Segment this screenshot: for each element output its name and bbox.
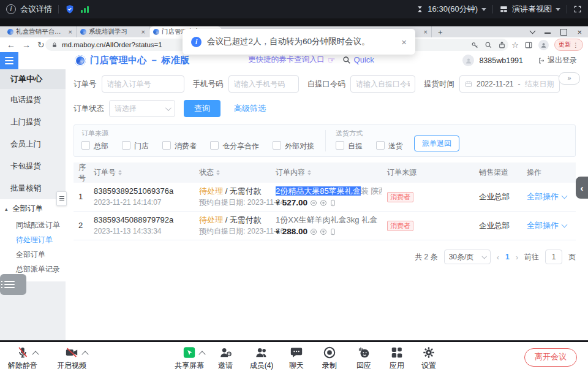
members-button[interactable]: 成员(4): [243, 345, 281, 371]
checkbox-store[interactable]: 门店: [122, 141, 149, 151]
meeting-info-icon[interactable]: i: [6, 4, 16, 14]
checkbox-warehouse-share[interactable]: 仓分享合作: [210, 141, 259, 151]
receipt-icon[interactable]: [310, 199, 317, 207]
phone-icon[interactable]: [330, 199, 336, 207]
meeting-timer[interactable]: 16:30(60分钟): [428, 4, 478, 15]
panel-collapse-button[interactable]: »: [559, 72, 580, 85]
bookmark-star-icon[interactable]: ☆: [511, 40, 519, 50]
settings-button[interactable]: 设置: [413, 345, 445, 371]
sidebar-subitem-city-delivery[interactable]: 同城配送订单: [0, 218, 66, 232]
back-icon[interactable]: ←: [7, 40, 15, 50]
receipt-icon[interactable]: [310, 228, 317, 235]
invite-button[interactable]: 邀请: [208, 345, 243, 371]
checkbox-delivery[interactable]: 送货: [376, 141, 403, 151]
checkbox-icon[interactable]: [81, 141, 90, 150]
prev-page-icon[interactable]: ‹: [497, 253, 499, 262]
order-content-selected[interactable]: 2份精品大果85苹果礼盒: [276, 186, 361, 196]
phone-input[interactable]: [228, 75, 299, 93]
right-panel-toggle[interactable]: ‹: [576, 177, 588, 199]
meeting-details-label[interactable]: 会议详情: [20, 4, 52, 15]
sort-icon[interactable]: [118, 170, 122, 175]
sidebar-item-phone-pickup[interactable]: 电话提货: [0, 89, 66, 111]
dispatch-return-button[interactable]: 派单退回: [414, 135, 459, 151]
goto-page-input[interactable]: [545, 250, 562, 264]
sort-icon[interactable]: [307, 170, 311, 175]
apps-button[interactable]: 应用: [381, 345, 413, 371]
new-tab-button[interactable]: +: [438, 28, 443, 37]
browser-profile-avatar[interactable]: [538, 40, 549, 50]
date-start-value[interactable]: 2022-11-21: [477, 80, 514, 88]
checkbox-icon[interactable]: [273, 141, 281, 150]
sidebar-item-door-pickup[interactable]: 上门提货: [0, 111, 66, 133]
quick-entry-text[interactable]: 更快捷的券卡查询入口: [248, 55, 325, 65]
quick-entry[interactable]: 更快捷的券卡查询入口 ☞ Quick: [248, 55, 374, 65]
search-button[interactable]: 查询: [184, 100, 221, 117]
phone-icon[interactable]: [330, 228, 336, 235]
checkbox-external[interactable]: 外部对接: [273, 141, 314, 151]
order-no-input[interactable]: [102, 75, 184, 93]
start-video-button[interactable]: 开启视频: [53, 345, 91, 371]
sidebar-group-toggle[interactable]: ▴ 全部订单: [0, 199, 66, 218]
all-actions-dropdown[interactable]: 全部操作: [527, 192, 559, 201]
side-panel-icon[interactable]: [524, 41, 533, 49]
share-screen-button[interactable]: 共享屏幕: [170, 345, 208, 371]
sidebar-item-member-visit[interactable]: 会员上门: [0, 133, 66, 155]
chevron-down-icon[interactable]: [481, 8, 486, 11]
page-size-select[interactable]: 30条/页: [444, 250, 491, 264]
pickup-code-input[interactable]: [350, 75, 415, 93]
view-mode-selector[interactable]: 演讲者视图: [512, 4, 552, 15]
current-page[interactable]: 1: [505, 253, 510, 261]
unmute-button[interactable]: 解除静音: [4, 345, 42, 371]
tab-close-icon[interactable]: ×: [69, 28, 72, 36]
tab-close-icon[interactable]: ×: [424, 28, 428, 36]
fullscreen-icon[interactable]: [573, 5, 582, 13]
sidebar-subitem-pending-orders[interactable]: 待处理订单: [0, 232, 66, 247]
sidebar-subitem-all-orders[interactable]: 全部订单: [0, 247, 66, 262]
window-minimize-icon[interactable]: [545, 32, 551, 34]
checkbox-consumer[interactable]: 消费者: [162, 141, 197, 151]
advanced-filter-link[interactable]: 高级筛选: [234, 103, 266, 114]
checkbox-self-pickup[interactable]: 自提: [336, 141, 363, 151]
date-range-picker[interactable]: 2022-11-21 - 结束日期: [459, 75, 560, 93]
username[interactable]: 8385wb1991: [479, 56, 523, 65]
browser-tab[interactable]: 礼盒营销平台管理中心 ×: [4, 26, 77, 37]
toast-close-icon[interactable]: ×: [401, 37, 407, 47]
sort-icon[interactable]: [216, 170, 220, 175]
sidebar-collapse-handle[interactable]: [56, 191, 67, 206]
sidebar-item-card-pickup[interactable]: 卡包提货: [0, 155, 66, 177]
tab-search-icon[interactable]: [530, 28, 536, 34]
checkbox-icon[interactable]: [376, 141, 385, 150]
next-page-icon[interactable]: ‹: [516, 253, 518, 262]
checkbox-icon[interactable]: [336, 141, 344, 150]
browser-update-button[interactable]: 更新 ⋮: [554, 39, 583, 51]
share-options-caret[interactable]: [198, 351, 205, 357]
chevron-down-icon[interactable]: [556, 8, 560, 11]
order-status-select[interactable]: 请选择: [109, 100, 175, 117]
share-icon[interactable]: [498, 41, 506, 49]
checkbox-icon[interactable]: [210, 141, 219, 150]
reload-icon[interactable]: ↻: [37, 40, 45, 50]
checkbox-icon[interactable]: [162, 141, 171, 150]
floating-list-button[interactable]: [0, 274, 26, 295]
menu-toggle-button[interactable]: [0, 52, 18, 69]
logout-button[interactable]: 退出登录: [538, 55, 577, 66]
browser-tab[interactable]: 系统培训学习 ×: [77, 26, 149, 37]
date-end-placeholder[interactable]: 结束日期: [525, 79, 554, 90]
all-actions-dropdown[interactable]: 全部操作: [527, 221, 559, 230]
sidebar-section-order-center[interactable]: 订单中心: [0, 69, 66, 89]
shield-check-icon[interactable]: [65, 4, 75, 14]
network-signal-icon[interactable]: [81, 6, 90, 13]
forward-icon[interactable]: →: [22, 40, 31, 50]
window-maximize-icon[interactable]: [560, 29, 567, 36]
gift-icon[interactable]: [320, 228, 327, 235]
reaction-button[interactable]: 回应: [347, 345, 381, 371]
sidebar-item-batch-verify[interactable]: 批量核销: [0, 177, 66, 199]
window-close-icon[interactable]: ×: [577, 28, 582, 37]
browser-menu-icon[interactable]: ⋮: [573, 42, 579, 48]
checkbox-hq[interactable]: 总部: [81, 141, 108, 151]
chat-button[interactable]: 聊天: [281, 345, 312, 371]
tab-close-icon[interactable]: ×: [141, 28, 145, 36]
gift-icon[interactable]: [320, 199, 327, 207]
video-options-caret[interactable]: [81, 351, 88, 357]
password-key-icon[interactable]: [471, 41, 479, 49]
